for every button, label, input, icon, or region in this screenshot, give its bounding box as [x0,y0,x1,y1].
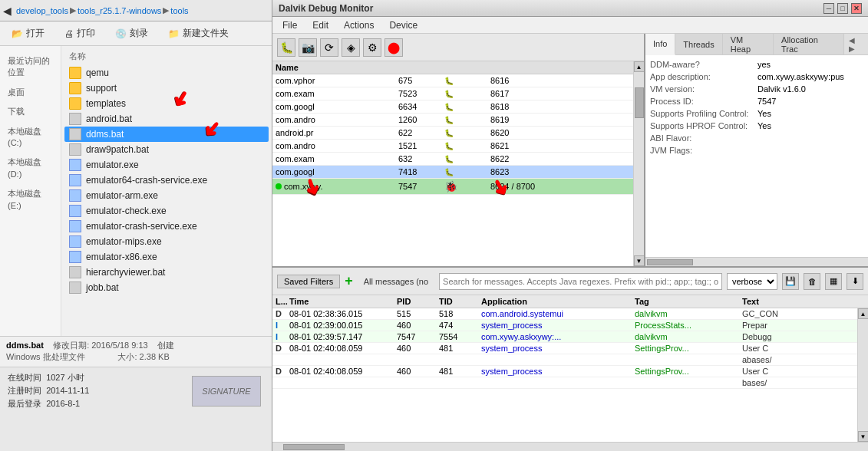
list-item-ddms[interactable]: ddms.bat [64,127,269,142]
list-item[interactable]: android.bat [64,111,269,127]
maximize-button[interactable]: □ [837,3,848,14]
nav-c-drive[interactable]: 本地磁盘 (C:) [3,123,58,153]
stop-button[interactable]: ⬤ [384,38,403,57]
bat-file-icon [69,113,81,125]
tab-alloc-trac[interactable]: Allocation Trac [774,34,844,54]
table-row-active[interactable]: com.xywy. 7547 🐞 8624 / 8700 [272,179,633,195]
menu-device[interactable]: Device [382,18,424,33]
tab-info[interactable]: Info [645,34,675,55]
table-row[interactable]: com.googl 6634 🐛 8618 [272,100,633,114]
list-item[interactable]: emulator-check.exe [64,203,269,219]
open-button[interactable]: 📂 打开 [6,24,50,43]
table-row[interactable]: D 08-01 02:38:36.015 515 518 com.android… [272,308,857,320]
logcat-search-input[interactable] [439,273,722,290]
process-table: Name com.vphor 675 🐛 8616 [272,61,633,266]
toggle-color-button[interactable]: ▦ [825,273,842,290]
tab-vm-heap[interactable]: VM Heap [723,34,774,54]
breadcrumb-tools-r[interactable]: tools_r25.1.7-windows [78,6,161,15]
list-item[interactable]: emulator-arm.exe [64,188,269,203]
tab-more-button[interactable]: ◀ ▶ [844,34,868,54]
table-row[interactable]: I 08-01 02:39:57.147 7547 7554 com.xywy.… [272,331,857,343]
verbose-select[interactable]: verbose [727,273,777,290]
table-row[interactable]: com.andro 1521 🐛 8621 [272,140,633,153]
list-item-templates[interactable]: templates [64,96,269,111]
menu-file[interactable]: File [276,18,304,33]
scroll-up-button[interactable]: ▲ [634,61,645,72]
ddm-panel: Dalvik Debug Monitor ─ □ ✕ File Edit Act… [272,0,868,451]
breadcrumb-tools[interactable]: tools [170,6,188,15]
table-row[interactable]: android.pr 622 🐛 8620 [272,127,633,140]
info-field-ddmaware: DDM-aware? yes [650,60,863,69]
list-item[interactable]: emulator64-crash-service.exe [64,173,269,188]
table-row[interactable]: com.exam 7523 🐛 8617 [272,87,633,100]
list-item[interactable]: emulator.exe [64,157,269,173]
saved-filters-button[interactable]: Saved Filters [277,275,340,288]
list-item[interactable]: jobb.bat [64,280,269,295]
info-panel: Info Threads VM Heap Allocation Trac ◀ ▶… [645,34,868,266]
list-item[interactable]: hierarchyviewer.bat [64,265,269,280]
table-row[interactable]: bases/ [272,377,857,389]
all-messages-filter[interactable]: All messages (no [358,275,434,288]
logcat-hscrollbar[interactable] [272,442,868,451]
logcat-header: L... Time PID TID Application Tag Text [272,295,868,308]
tab-threads[interactable]: Threads [675,34,722,54]
hprof-button[interactable]: ⚙ [363,38,381,57]
menu-actions[interactable]: Actions [337,18,381,33]
table-row[interactable]: I 08-01 02:39:00.015 460 474 system_proc… [272,320,857,331]
nav-d-drive[interactable]: 本地磁盘 (D:) [3,153,58,183]
list-item[interactable]: support [64,81,269,96]
clear-log-button[interactable]: 🗑 [804,273,820,290]
process-scrollbar[interactable]: ▲ ▼ [633,61,644,266]
close-button[interactable]: ✕ [851,3,862,14]
logcat-scroll-down[interactable]: ▼ [858,431,869,442]
table-row[interactable]: D 08-01 02:40:08.059 460 481 system_proc… [272,343,857,354]
thread-update-button[interactable]: ⟳ [320,38,338,57]
online-time-value: 1027 小时 [46,373,84,382]
nav-recent[interactable]: 最近访问的位置 [3,52,58,82]
address-back-icon[interactable]: ◀ [3,5,12,17]
logcat-scrollbar[interactable]: ▲ ▼ [857,308,868,442]
folder-icon [69,97,81,110]
table-row[interactable]: D 08-01 02:40:08.059 460 481 system_proc… [272,366,857,377]
info-hscrollbar[interactable] [645,257,868,266]
explorer-toolbar: 📂 打开 🖨 打印 💿 刻录 📁 新建文件夹 [0,21,272,46]
bat-file-icon [69,281,81,294]
screenshot-button[interactable]: 📷 [299,38,317,57]
engrave-button[interactable]: 💿 刻录 [110,24,153,43]
process-panel: 🐛 📷 ⟳ ◈ ⚙ ⬤ Name [272,34,645,266]
logcat-hscroll-thumb[interactable] [283,444,345,450]
table-row[interactable]: abases/ [272,354,857,366]
nav-desktop[interactable]: 桌面 [3,84,58,101]
table-row[interactable]: com.googl 7418 🐛 8623 [272,166,633,179]
nav-downloads[interactable]: 下载 [3,103,58,120]
add-filter-button[interactable]: + [345,273,353,289]
logcat-scroll-up[interactable]: ▲ [858,308,869,319]
heap-update-button[interactable]: ◈ [342,38,360,57]
info-field-profiling: Supports Profiling Control: Yes [650,109,863,118]
info-hscroll-thumb[interactable] [647,259,693,265]
print-button[interactable]: 🖨 打印 [59,24,101,43]
minimize-button[interactable]: ─ [823,3,834,14]
info-field-hprof: Supports HPROF Control: Yes [650,121,863,130]
info-content: DDM-aware? yes App description: com.xywy… [645,55,868,257]
nav-e-drive[interactable]: 本地磁盘 (E:) [3,185,58,215]
scroll-thumb[interactable] [635,87,644,118]
scroll-down-button[interactable]: ▼ [634,255,645,266]
col-icon [444,63,490,72]
debug-button[interactable]: 🐛 [277,38,295,57]
table-row[interactable]: com.vphor 675 🐛 8616 [272,74,633,87]
ddm-menubar: File Edit Actions Device [272,17,868,34]
save-log-button[interactable]: 💾 [782,273,799,290]
table-row[interactable]: com.exam 632 🐛 8622 [272,153,633,166]
table-row[interactable]: com.andro 1260 🐛 8619 [272,114,633,127]
list-item[interactable]: emulator-mips.exe [64,234,269,249]
new-folder-button[interactable]: 📁 新建文件夹 [163,24,234,43]
info-field-jvmflags: JVM Flags: [650,146,863,155]
list-item[interactable]: qemu [64,65,269,81]
list-item[interactable]: emulator-x86.exe [64,249,269,265]
menu-edit[interactable]: Edit [305,18,335,33]
breadcrumb-develop[interactable]: develop_tools [16,6,68,15]
scroll-to-end-button[interactable]: ⬇ [847,273,863,290]
list-item[interactable]: emulator-crash-service.exe [64,219,269,234]
list-item[interactable]: draw9patch.bat [64,142,269,157]
